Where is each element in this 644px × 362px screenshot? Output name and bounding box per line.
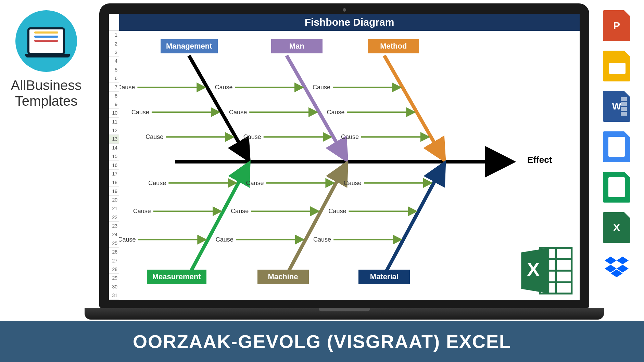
row-number: 8 bbox=[109, 92, 119, 100]
cause-label: Cause bbox=[246, 179, 264, 186]
category-material: Material bbox=[358, 270, 410, 284]
cause-label: Cause bbox=[119, 84, 135, 91]
svg-line-3 bbox=[384, 55, 443, 159]
row-number: 9 bbox=[109, 100, 119, 109]
cause-label: Cause bbox=[216, 236, 233, 243]
svg-line-2 bbox=[287, 55, 346, 159]
format-icon-column: P W X bbox=[596, 10, 637, 280]
category-man: Man bbox=[271, 39, 323, 53]
row-number: 15 bbox=[109, 152, 119, 161]
row-number: 3 bbox=[109, 48, 119, 57]
cause-label: Cause bbox=[146, 133, 163, 141]
svg-line-4 bbox=[189, 165, 248, 275]
row-number: 17 bbox=[109, 170, 119, 178]
laptop-device: Fishbone Diagram 12345678910111213141516… bbox=[99, 3, 589, 320]
row-number: 31 bbox=[109, 291, 119, 300]
row-number: 18 bbox=[109, 178, 119, 187]
row-number: 7 bbox=[109, 83, 119, 91]
dropbox-icon[interactable] bbox=[603, 253, 630, 280]
cause-label: Cause bbox=[231, 208, 249, 215]
row-number: 10 bbox=[109, 109, 119, 117]
google-slides-icon[interactable] bbox=[603, 51, 630, 81]
sheet-title: Fishbone Diagram bbox=[119, 14, 580, 31]
brand-block: AllBusiness Templates bbox=[3, 10, 89, 109]
cause-label: Cause bbox=[131, 108, 149, 116]
glyph: P bbox=[613, 20, 620, 31]
row-number: 27 bbox=[109, 256, 119, 265]
device-bezel: Fishbone Diagram 12345678910111213141516… bbox=[99, 3, 589, 308]
row-number: 24 bbox=[109, 230, 119, 239]
cause-label: Cause bbox=[313, 84, 330, 91]
glyph: X bbox=[613, 222, 620, 233]
spreadsheet-screen: Fishbone Diagram 12345678910111213141516… bbox=[109, 14, 580, 300]
row-number: 20 bbox=[109, 196, 119, 204]
svg-text:X: X bbox=[527, 259, 540, 280]
google-sheets-icon[interactable] bbox=[603, 172, 630, 203]
row-number-gutter: 1234567891011121314151617181920212223242… bbox=[109, 31, 119, 300]
svg-line-5 bbox=[287, 165, 346, 275]
row-number: 23 bbox=[109, 222, 119, 230]
brand-line1: AllBusiness bbox=[11, 77, 82, 93]
row-number: 28 bbox=[109, 265, 119, 274]
category-method: Method bbox=[368, 39, 419, 53]
cause-label: Cause bbox=[215, 84, 233, 91]
cause-label: Cause bbox=[313, 236, 331, 243]
row-number: 11 bbox=[109, 118, 119, 126]
brand-logo bbox=[15, 10, 77, 72]
svg-line-6 bbox=[384, 165, 443, 275]
cause-label: Cause bbox=[148, 179, 166, 186]
category-machine: Machine bbox=[257, 270, 309, 284]
category-management: Management bbox=[161, 39, 217, 53]
bottom-banner-text: OORZAAK-GEVOLG (VISGRAAT) EXCEL bbox=[133, 331, 511, 352]
cause-label: Cause bbox=[243, 133, 261, 141]
row-number: 25 bbox=[109, 239, 119, 248]
cause-label: Cause bbox=[133, 208, 151, 215]
row-number: 26 bbox=[109, 248, 119, 256]
excel-icon[interactable]: X bbox=[603, 212, 630, 243]
bottom-banner: OORZAAK-GEVOLG (VISGRAAT) EXCEL bbox=[0, 321, 644, 362]
powerpoint-icon[interactable]: P bbox=[603, 10, 630, 41]
row-number: 12 bbox=[109, 126, 119, 135]
google-docs-icon[interactable] bbox=[603, 131, 630, 162]
glyph: W bbox=[612, 101, 621, 112]
laptop-icon bbox=[27, 27, 65, 55]
word-icon[interactable]: W bbox=[603, 91, 630, 122]
cause-label: Cause bbox=[341, 133, 359, 141]
cause-label: Cause bbox=[344, 179, 362, 186]
device-base bbox=[85, 308, 604, 320]
row-number: 29 bbox=[109, 274, 119, 282]
row-number: 6 bbox=[109, 74, 119, 83]
sheet-body: 1234567891011121314151617181920212223242… bbox=[109, 31, 580, 300]
category-measurement: Measurement bbox=[147, 270, 206, 284]
row-number: 22 bbox=[109, 213, 119, 222]
dropbox-glyph bbox=[603, 254, 630, 278]
camera-dot bbox=[343, 8, 346, 12]
row-number: 2 bbox=[109, 39, 119, 48]
cause-label: Cause bbox=[229, 108, 247, 116]
cause-label: Cause bbox=[119, 236, 136, 243]
row-number: 4 bbox=[109, 57, 119, 65]
fishbone-diagram: Management Man Method Measurement Machin… bbox=[119, 31, 580, 300]
row-number: 16 bbox=[109, 161, 119, 169]
row-number: 1 bbox=[109, 31, 119, 39]
effect-label: Effect bbox=[527, 155, 552, 165]
fishbone-svg bbox=[119, 31, 580, 300]
row-number: 19 bbox=[109, 187, 119, 195]
row-number: 21 bbox=[109, 204, 119, 213]
brand-name: AllBusiness Templates bbox=[11, 77, 82, 109]
excel-corner-icon: X bbox=[517, 245, 576, 296]
cause-label: Cause bbox=[327, 108, 344, 116]
row-number: 14 bbox=[109, 144, 119, 152]
row-number: 30 bbox=[109, 282, 119, 291]
row-number: 13 bbox=[109, 135, 119, 143]
cause-label: Cause bbox=[328, 208, 346, 215]
row-number: 5 bbox=[109, 65, 119, 74]
brand-line2: Templates bbox=[11, 93, 82, 109]
svg-line-1 bbox=[189, 55, 248, 159]
